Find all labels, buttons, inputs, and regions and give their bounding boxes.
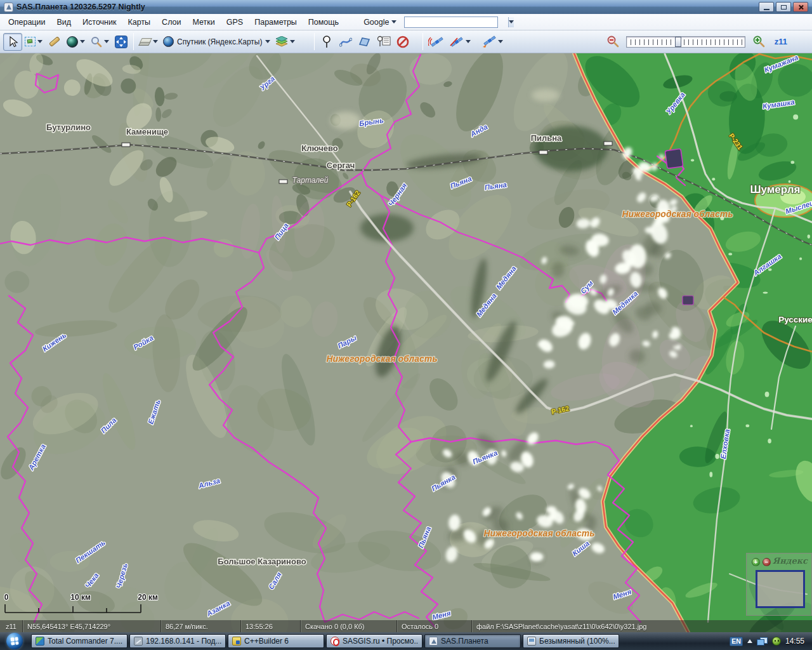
antivirus-icon[interactable] [772,637,781,646]
minimize-button[interactable] [759,2,774,12]
goto-tool-button[interactable] [64,33,88,51]
placemark-icon [322,36,332,48]
main-toolbar: Спутник (Яндекс.Карты) [0,30,812,53]
map-label: 0 [4,593,9,602]
network-icon[interactable] [757,637,768,646]
chevron-down-icon [509,20,514,23]
app-icon [4,3,13,12]
chevron-down-icon [498,40,503,43]
taskbar: Total Commander 7.... 192.168.0.141 - По… [0,632,812,650]
map-label: Нижегородская область [622,209,733,219]
search-dropdown-button[interactable] [508,17,514,27]
gps-track-button[interactable] [446,33,473,51]
status-remaining: Осталось 0 [397,620,472,632]
app-window: SAS.Планета 120326.5297 Nightly Операции… [0,0,812,650]
start-button[interactable] [6,633,23,649]
windows-logo-icon [10,637,18,645]
fullscreen-icon [115,36,128,48]
minimap-panel: + − Яндекс [746,553,812,616]
taskbar-button-total-commander[interactable]: Total Commander 7.... [31,634,128,648]
show-hidden-icons-button[interactable] [747,639,752,643]
placemark-list-icon [377,36,391,48]
layers-button[interactable] [273,33,298,51]
title-bar: SAS.Планета 120326.5297 Nightly [0,0,812,14]
image-editor-icon [527,637,536,646]
taskbar-button-cppbuilder[interactable]: C++Builder 6 [228,634,324,648]
placemark-manager-button[interactable] [374,33,393,51]
menu-help[interactable]: Помощь [303,16,344,29]
menu-bar: Операции Вид Источник Карты Слои Метки G… [0,14,812,30]
pan-tool-button[interactable] [3,33,22,51]
chevron-down-icon [80,40,85,43]
taskbar-button-remote[interactable]: 192.168.0.141 - Под... [129,634,226,648]
zoom-in-icon [752,36,765,48]
zoom-out-icon [606,36,619,48]
map-viewport[interactable]: БутурлиноКаменищеКлючевоСергачПильнаБоль… [0,53,812,632]
taskbar-button-browser[interactable]: SASGIS.ru • Просмо... [326,634,422,648]
map-canvas[interactable]: БутурлиноКаменищеКлючевоСергачПильнаБоль… [0,53,812,632]
map-label: Сергач [327,161,355,170]
status-zoom: z11 [0,620,23,632]
taskbar-button-sasplanet[interactable]: SAS.Планета [424,634,521,648]
menu-source[interactable]: Источник [77,16,122,29]
menu-layers[interactable]: Слои [156,16,187,29]
zoom-slider[interactable] [626,36,745,48]
map-source-button[interactable]: Спутник (Яндекс.Карты) [160,33,273,51]
zoom-tool-button[interactable] [88,33,112,51]
chevron-down-icon [391,20,396,23]
map-label: Тарталей [292,176,329,185]
language-indicator[interactable]: EN [730,637,743,646]
zoom-out-button[interactable] [603,33,622,51]
taskbar-clock[interactable]: 14:55 [785,637,804,646]
menu-placemarks[interactable]: Метки [187,16,221,29]
zoom-in-button[interactable] [749,33,768,51]
minimap-zoom-in-button[interactable]: + [752,558,760,566]
status-file-path: файл F:\SASPlanet\cache\yasat\z11\0\x642… [472,620,812,632]
search-combobox[interactable] [404,17,498,28]
select-region-icon [25,37,36,46]
taskbar-button-paint[interactable]: Безымянный (100%... [523,634,619,648]
google-search-menu[interactable]: Google [360,17,400,28]
gps-connect-button[interactable] [426,33,446,51]
selection-tool-button[interactable] [22,33,45,51]
hide-marks-button[interactable] [393,33,412,51]
zoom-slider-thumb[interactable] [675,37,681,47]
map-label: Шумерля [750,183,800,196]
polygon-icon [358,36,371,47]
map-label: Ключево [301,143,337,153]
layers-icon [275,36,288,47]
map-label: Пильна [531,133,562,143]
status-coordinates: N55,645413° E45,714229° [23,620,161,632]
maximize-button[interactable] [776,2,791,12]
map-label: Нижегородская область [326,354,437,364]
system-tray: EN 14:55 [730,637,809,646]
minimap-view-rect[interactable] [756,570,805,608]
map-label: 10 км [70,593,91,602]
menu-maps[interactable]: Карты [122,16,156,29]
gps-position-button[interactable] [478,33,506,51]
fullscreen-button[interactable] [112,33,131,51]
minimap-zoom-out-button[interactable]: − [763,558,771,566]
cppbuilder-icon [232,637,241,646]
gps-satellite-track-icon [449,36,464,48]
chevron-down-icon [37,40,43,43]
close-button[interactable] [793,2,808,12]
status-resolution: 86,27 м/пикс. [161,620,241,632]
total-commander-icon [36,637,44,646]
menu-view[interactable]: Вид [51,16,77,29]
menu-operations[interactable]: Операции [3,16,51,29]
map-label: Русские [778,315,812,324]
add-placemark-button[interactable] [317,33,336,51]
ruler-tool-button[interactable] [45,33,64,51]
search-input[interactable] [405,17,508,27]
add-polygon-button[interactable] [355,33,374,51]
yandex-watermark: Яндекс [773,556,808,566]
status-time: 13:55:26 [241,620,301,632]
menu-gps[interactable]: GPS [221,16,249,29]
add-path-button[interactable] [336,33,355,51]
magnifier-icon [90,36,102,48]
cache-delete-button[interactable] [136,33,160,51]
menu-settings[interactable]: Параметры [249,16,303,29]
cursor-icon [8,36,18,48]
zoom-level-label: z11 [775,37,787,46]
